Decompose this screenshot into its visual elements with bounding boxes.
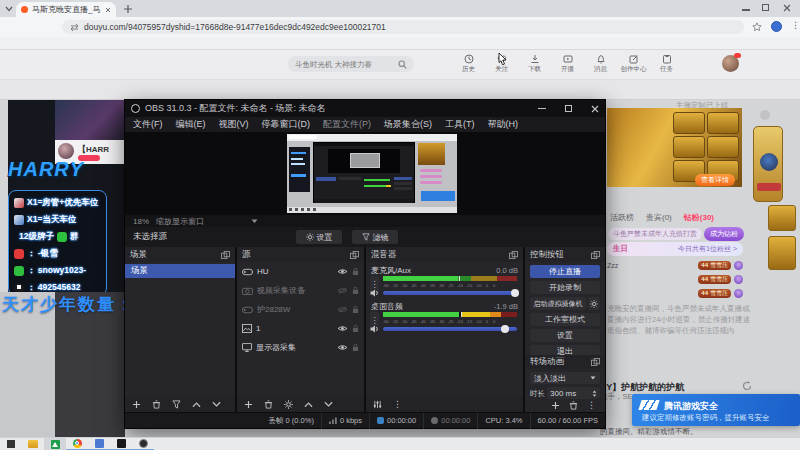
source-row[interactable]: 显示器采集 xyxy=(237,338,364,357)
search-icon[interactable] xyxy=(398,60,407,69)
menu-broadcast[interactable]: 开播 xyxy=(551,54,584,74)
popout-icon[interactable] xyxy=(509,251,518,259)
taskbar-obs[interactable] xyxy=(132,438,154,450)
browser-menu-icon[interactable]: ⋮ xyxy=(791,21,800,30)
streamer-avatar[interactable] xyxy=(58,143,74,159)
speaker-icon[interactable] xyxy=(370,289,379,297)
menu-edit[interactable]: 编辑(E) xyxy=(176,118,206,131)
source-row[interactable]: 护2828W xyxy=(237,300,364,319)
menu-scene-collection[interactable]: 场景集合(S) xyxy=(384,118,432,131)
birthday-banner[interactable]: 生日 今日共有1位粉丝 > xyxy=(607,242,743,256)
source-row[interactable]: HU xyxy=(237,262,364,281)
menu-history[interactable]: 历史 xyxy=(452,54,485,74)
popout-icon[interactable] xyxy=(221,251,230,259)
taskbar-green-app[interactable] xyxy=(44,438,66,450)
taskbar-chrome[interactable] xyxy=(66,438,88,450)
chevron-down-icon[interactable] xyxy=(251,219,258,224)
speaker-icon[interactable] xyxy=(370,325,379,333)
menu-file[interactable]: 文件(F) xyxy=(133,118,163,131)
become-fan-button[interactable]: 成为钻粉 xyxy=(704,227,744,241)
eye-icon[interactable] xyxy=(337,325,348,332)
taskbar-z-app[interactable] xyxy=(110,438,132,450)
transition-select[interactable]: 淡入淡出 xyxy=(530,372,600,384)
menu-messages[interactable]: 消息 xyxy=(584,54,617,74)
window-close-button[interactable] xyxy=(783,4,791,12)
lock-icon[interactable] xyxy=(352,343,359,352)
profile-avatar[interactable] xyxy=(771,21,782,32)
obs-minimize-button[interactable] xyxy=(538,108,546,110)
mixer-menu-icon[interactable]: ⋮ xyxy=(393,400,402,409)
source-row[interactable]: 视频采集设备 xyxy=(237,281,364,300)
popout-icon[interactable] xyxy=(591,358,600,366)
tab-vip[interactable]: 贵宾(0) xyxy=(646,212,672,223)
obs-title-bar[interactable]: OBS 31.0.3 - 配置文件: 未命名 - 场景: 未命名 xyxy=(125,100,605,117)
add-source-icon[interactable] xyxy=(244,400,253,409)
studio-mode-button[interactable]: 工作室模式 xyxy=(530,313,600,326)
new-tab-icon[interactable] xyxy=(124,5,132,13)
browser-tab[interactable]: 马斯克晚安直播_马斯克晚安直 xyxy=(16,2,116,17)
ad-detail-button[interactable]: 查看详情 xyxy=(695,174,735,186)
bookmark-star-icon[interactable] xyxy=(752,22,762,32)
obs-maximize-button[interactable] xyxy=(565,105,572,112)
menu-tasks[interactable]: 任务 xyxy=(650,54,683,74)
eye-off-icon[interactable] xyxy=(337,306,348,313)
anchor-card-art[interactable] xyxy=(55,100,125,140)
remove-transition-icon[interactable] xyxy=(569,401,578,410)
remove-source-icon[interactable] xyxy=(264,400,273,409)
tab-close-icon[interactable] xyxy=(105,7,111,13)
lock-icon[interactable] xyxy=(352,286,359,295)
move-down-icon[interactable] xyxy=(324,401,333,408)
preview-zoom-label[interactable]: 缩放显示窗口 xyxy=(156,216,204,227)
search-input[interactable] xyxy=(295,60,394,69)
volume-slider[interactable] xyxy=(383,291,517,295)
add-scene-icon[interactable] xyxy=(132,400,141,409)
refresh-icon[interactable] xyxy=(742,381,752,391)
settings-button[interactable]: 设置 xyxy=(530,329,600,342)
scene-filters-icon[interactable] xyxy=(172,400,181,409)
scene-item-selected[interactable]: 场景 xyxy=(125,264,235,278)
search-box[interactable] xyxy=(288,56,414,72)
obs-close-button[interactable] xyxy=(591,105,599,113)
volume-slider[interactable] xyxy=(383,327,517,331)
virtual-camera-config-button[interactable] xyxy=(588,297,600,310)
source-properties-icon[interactable] xyxy=(284,400,293,409)
banner-collapse-icon[interactable] xyxy=(760,110,770,120)
obs-preview[interactable] xyxy=(125,132,605,215)
taskbar-explorer[interactable] xyxy=(22,438,44,450)
fan-row[interactable]: 44雪雪压 xyxy=(607,286,743,300)
source-filters-button[interactable]: 滤镜 xyxy=(352,230,398,244)
ace-security-banner[interactable]: 腾讯游戏安全 建议定期修改账号密码，提升账号安全 xyxy=(632,394,800,426)
menu-profile[interactable]: 配置文件(P) xyxy=(323,118,371,131)
fan-row[interactable]: 44雪雪压 xyxy=(607,272,743,286)
lock-icon[interactable] xyxy=(352,305,359,314)
lock-icon[interactable] xyxy=(352,267,359,276)
taskbar-blue-app[interactable] xyxy=(88,438,110,450)
remove-scene-icon[interactable] xyxy=(152,400,161,409)
move-up-icon[interactable] xyxy=(304,401,313,408)
move-down-icon[interactable] xyxy=(212,401,221,408)
eye-off-icon[interactable] xyxy=(337,287,348,294)
site-info-icon[interactable] xyxy=(70,23,79,32)
transition-menu-icon[interactable]: ⋮ xyxy=(587,401,596,410)
eye-icon[interactable] xyxy=(337,268,348,275)
move-up-icon[interactable] xyxy=(192,401,201,408)
mixer-config-icon[interactable] xyxy=(373,400,382,409)
window-minimize-button[interactable] xyxy=(742,9,750,11)
activity-banner[interactable] xyxy=(753,126,783,202)
tab-diamond-fans[interactable]: 钻粉(30) xyxy=(684,212,714,223)
menu-docks[interactable]: 停靠窗口(D) xyxy=(262,118,311,131)
popout-icon[interactable] xyxy=(350,251,359,259)
side-rail-tile[interactable] xyxy=(768,205,796,231)
source-row[interactable]: 1 xyxy=(237,319,364,338)
source-settings-button[interactable]: 设置 xyxy=(296,230,342,244)
menu-view[interactable]: 视图(V) xyxy=(219,118,249,131)
start-button[interactable] xyxy=(0,438,22,450)
duration-input[interactable]: 300 ms xyxy=(547,387,600,399)
menu-download[interactable]: 下载 xyxy=(518,54,551,74)
side-rail-tile[interactable] xyxy=(768,236,796,270)
add-transition-icon[interactable] xyxy=(551,401,560,410)
popout-icon[interactable] xyxy=(591,251,600,259)
window-maximize-button[interactable] xyxy=(762,4,769,11)
menu-creator-center[interactable]: 创作中心 xyxy=(617,54,650,74)
virtual-camera-button[interactable]: 启动虚拟摄像机 xyxy=(530,297,586,310)
